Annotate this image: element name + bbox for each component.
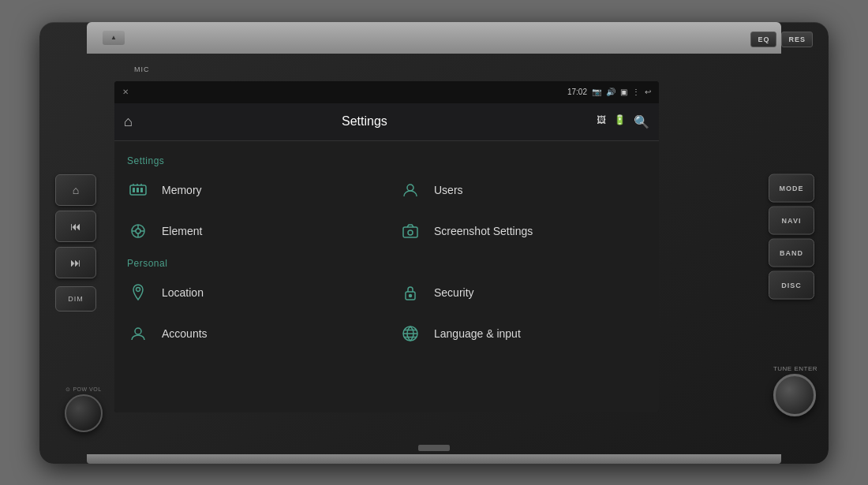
more-icon: ⋮ xyxy=(632,88,640,96)
tune-knob-area: TUNE ENTER xyxy=(773,365,817,416)
security-label: Security xyxy=(434,286,474,299)
language-label: Language & input xyxy=(434,327,521,340)
back-icon[interactable]: ↩ xyxy=(645,88,651,96)
location-item[interactable]: Location xyxy=(114,272,387,313)
res-button[interactable]: RES xyxy=(781,32,813,47)
left-panel: ⌂ ⏮ ⏭ DIM xyxy=(55,174,96,312)
camera-icon: 📷 xyxy=(592,88,601,96)
search-icon[interactable]: 🔍 xyxy=(634,114,649,129)
time-display: 17:02 xyxy=(567,88,587,96)
memory-icon xyxy=(127,179,149,201)
status-bar: ✕ 17:02 📷 🔊 ▣ ⋮ ↩ xyxy=(114,81,659,103)
section-personal-label: Personal xyxy=(114,252,659,272)
element-icon xyxy=(127,220,149,242)
location-icon xyxy=(127,282,149,304)
settings-row-4: Accounts Language & input xyxy=(114,313,659,354)
settings-row-3: Location Security xyxy=(114,272,659,313)
tune-knob[interactable] xyxy=(773,374,816,416)
users-icon xyxy=(399,179,421,201)
svg-rect-3 xyxy=(140,188,143,192)
top-right-buttons: EQ RES xyxy=(750,32,813,47)
settings-row-2: Element Screenshot Settings xyxy=(114,211,659,252)
app-bar-icons: 🖼 🔋 🔍 xyxy=(597,114,649,129)
accounts-label: Accounts xyxy=(162,327,208,340)
screen-icon: ▣ xyxy=(620,88,627,96)
security-item[interactable]: Security xyxy=(387,272,659,313)
tune-label: TUNE ENTER xyxy=(773,365,817,372)
app-bar: ⌂ Settings 🖼 🔋 🔍 xyxy=(114,103,659,141)
screenshot-item[interactable]: Screenshot Settings xyxy=(387,211,659,252)
eq-button[interactable]: EQ xyxy=(750,32,776,47)
eject-button[interactable] xyxy=(103,31,125,45)
svg-point-19 xyxy=(135,328,141,334)
mic-label: MIC xyxy=(134,65,150,73)
accounts-icon xyxy=(127,323,149,345)
prev-button[interactable]: ⏮ xyxy=(55,211,96,242)
svg-point-18 xyxy=(410,294,412,297)
settings-row-1: Memory Users xyxy=(114,170,659,211)
pow-knob-area: ⊙ POW VOL xyxy=(65,386,103,432)
language-icon xyxy=(399,323,421,345)
svg-point-16 xyxy=(137,287,140,291)
app-bar-title: Settings xyxy=(142,114,587,129)
pow-label: ⊙ POW VOL xyxy=(65,386,103,393)
memory-item[interactable]: Memory xyxy=(114,170,387,211)
svg-point-15 xyxy=(408,230,413,235)
section-device-label: Settings xyxy=(114,149,659,170)
screen: ✕ 17:02 📷 🔊 ▣ ⋮ ↩ ⌂ Settings 🖼 🔋 🔍 xyxy=(114,81,659,412)
svg-point-9 xyxy=(136,229,140,233)
pow-knob[interactable] xyxy=(65,394,103,432)
settings-content: Settings Memo xyxy=(114,141,659,412)
disc-button[interactable]: DISC xyxy=(769,270,814,299)
right-panel: MODE NAVI BAND DISC xyxy=(769,173,814,299)
svg-rect-14 xyxy=(403,227,417,237)
home-button[interactable]: ⌂ xyxy=(55,174,96,206)
image-icon: 🖼 xyxy=(597,114,606,129)
svg-rect-1 xyxy=(133,188,135,192)
language-item[interactable]: Language & input xyxy=(387,313,659,354)
battery-icon: 🔋 xyxy=(614,114,626,129)
next-button[interactable]: ⏭ xyxy=(55,247,96,278)
security-icon xyxy=(399,282,421,304)
signal-off-icon: ✕ xyxy=(122,88,129,96)
element-label: Element xyxy=(162,225,202,237)
mode-button[interactable]: MODE xyxy=(769,173,814,202)
screenshot-icon xyxy=(399,220,421,242)
svg-rect-2 xyxy=(137,188,139,192)
accounts-item[interactable]: Accounts xyxy=(114,313,387,354)
home-nav-icon[interactable]: ⌂ xyxy=(124,114,133,130)
band-button[interactable]: BAND xyxy=(769,238,814,267)
usb-port xyxy=(418,445,450,451)
dim-button[interactable]: DIM xyxy=(55,286,96,312)
screenshot-label: Screenshot Settings xyxy=(434,225,533,237)
memory-label: Memory xyxy=(162,184,202,196)
head-unit: MIC EQ RES ⌂ ⏮ ⏭ DIM MODE NAVI BAND DISC… xyxy=(39,22,829,464)
users-label: Users xyxy=(434,184,463,196)
bottom-bar xyxy=(87,454,781,464)
top-strip xyxy=(87,22,781,54)
volume-icon: 🔊 xyxy=(606,88,615,96)
svg-point-7 xyxy=(407,185,413,191)
users-item[interactable]: Users xyxy=(387,170,659,211)
element-item[interactable]: Element xyxy=(114,211,387,252)
status-right: 17:02 📷 🔊 ▣ ⋮ ↩ xyxy=(567,88,651,96)
navi-button[interactable]: NAVI xyxy=(769,206,814,234)
location-label: Location xyxy=(162,286,204,299)
status-left: ✕ xyxy=(122,88,129,96)
